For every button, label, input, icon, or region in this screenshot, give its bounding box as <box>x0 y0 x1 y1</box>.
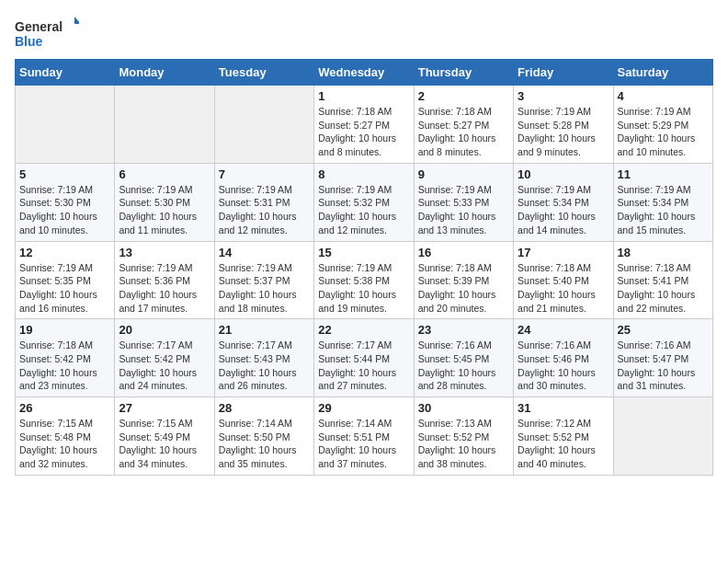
logo-svg: General Blue <box>15 15 79 52</box>
day-info: Sunrise: 7:15 AM Sunset: 5:49 PM Dayligh… <box>119 417 210 471</box>
calendar-week-4: 26Sunrise: 7:15 AM Sunset: 5:48 PM Dayli… <box>16 397 713 476</box>
day-number: 18 <box>618 246 709 259</box>
calendar-cell <box>115 86 214 164</box>
day-number: 22 <box>318 323 409 337</box>
calendar-cell: 4Sunrise: 7:19 AM Sunset: 5:29 PM Daylig… <box>613 86 712 164</box>
calendar-cell: 26Sunrise: 7:15 AM Sunset: 5:48 PM Dayli… <box>16 397 115 476</box>
weekday-header-thursday: Thursday <box>414 60 513 86</box>
calendar-cell <box>214 86 313 164</box>
day-info: Sunrise: 7:17 AM Sunset: 5:42 PM Dayligh… <box>119 339 210 393</box>
calendar-cell: 23Sunrise: 7:16 AM Sunset: 5:45 PM Dayli… <box>414 319 513 397</box>
calendar-cell: 2Sunrise: 7:18 AM Sunset: 5:27 PM Daylig… <box>414 86 513 164</box>
day-info: Sunrise: 7:18 AM Sunset: 5:41 PM Dayligh… <box>618 261 709 316</box>
day-number: 3 <box>518 89 609 103</box>
calendar-cell: 5Sunrise: 7:19 AM Sunset: 5:30 PM Daylig… <box>16 163 115 241</box>
day-number: 24 <box>518 323 609 337</box>
day-info: Sunrise: 7:18 AM Sunset: 5:27 PM Dayligh… <box>418 105 509 159</box>
calendar-cell: 14Sunrise: 7:19 AM Sunset: 5:37 PM Dayli… <box>214 241 313 319</box>
day-number: 25 <box>618 323 709 337</box>
weekday-row: SundayMondayTuesdayWednesdayThursdayFrid… <box>16 60 713 86</box>
weekday-header-wednesday: Wednesday <box>314 60 414 86</box>
calendar-cell: 13Sunrise: 7:19 AM Sunset: 5:36 PM Dayli… <box>115 241 214 319</box>
calendar-cell: 12Sunrise: 7:19 AM Sunset: 5:35 PM Dayli… <box>16 241 115 319</box>
calendar-cell: 28Sunrise: 7:14 AM Sunset: 5:50 PM Dayli… <box>214 397 313 476</box>
day-info: Sunrise: 7:19 AM Sunset: 5:28 PM Dayligh… <box>518 105 609 159</box>
day-number: 26 <box>19 401 110 415</box>
day-info: Sunrise: 7:19 AM Sunset: 5:38 PM Dayligh… <box>318 261 409 316</box>
day-info: Sunrise: 7:19 AM Sunset: 5:31 PM Dayligh… <box>219 183 310 237</box>
day-info: Sunrise: 7:19 AM Sunset: 5:35 PM Dayligh… <box>19 261 110 316</box>
day-number: 12 <box>19 246 110 259</box>
day-info: Sunrise: 7:16 AM Sunset: 5:47 PM Dayligh… <box>618 339 709 393</box>
day-number: 14 <box>219 246 310 259</box>
calendar-cell: 1Sunrise: 7:18 AM Sunset: 5:27 PM Daylig… <box>314 86 414 164</box>
calendar-week-0: 1Sunrise: 7:18 AM Sunset: 5:27 PM Daylig… <box>16 86 713 164</box>
day-number: 6 <box>119 167 210 181</box>
day-number: 4 <box>618 89 709 103</box>
weekday-header-saturday: Saturday <box>613 60 712 86</box>
day-number: 29 <box>318 401 409 415</box>
day-info: Sunrise: 7:19 AM Sunset: 5:33 PM Dayligh… <box>418 183 509 237</box>
day-info: Sunrise: 7:14 AM Sunset: 5:50 PM Dayligh… <box>219 417 310 471</box>
day-info: Sunrise: 7:19 AM Sunset: 5:30 PM Dayligh… <box>19 183 110 237</box>
page-header: General Blue <box>15 15 713 52</box>
calendar-cell: 22Sunrise: 7:17 AM Sunset: 5:44 PM Dayli… <box>314 319 414 397</box>
day-number: 1 <box>318 89 409 103</box>
calendar-cell <box>16 86 115 164</box>
calendar-table: SundayMondayTuesdayWednesdayThursdayFrid… <box>15 59 713 476</box>
calendar-cell: 17Sunrise: 7:18 AM Sunset: 5:40 PM Dayli… <box>514 241 613 319</box>
svg-text:General: General <box>15 19 63 34</box>
day-info: Sunrise: 7:19 AM Sunset: 5:29 PM Dayligh… <box>618 105 709 159</box>
calendar-cell: 21Sunrise: 7:17 AM Sunset: 5:43 PM Dayli… <box>214 319 313 397</box>
calendar-cell: 9Sunrise: 7:19 AM Sunset: 5:33 PM Daylig… <box>414 163 513 241</box>
weekday-header-tuesday: Tuesday <box>214 60 313 86</box>
day-info: Sunrise: 7:19 AM Sunset: 5:32 PM Dayligh… <box>318 183 409 237</box>
day-info: Sunrise: 7:18 AM Sunset: 5:40 PM Dayligh… <box>518 261 609 316</box>
calendar-cell: 11Sunrise: 7:19 AM Sunset: 5:34 PM Dayli… <box>613 163 712 241</box>
logo: General Blue <box>15 15 79 52</box>
svg-marker-2 <box>74 17 79 24</box>
calendar-cell: 30Sunrise: 7:13 AM Sunset: 5:52 PM Dayli… <box>414 397 513 476</box>
calendar-cell: 8Sunrise: 7:19 AM Sunset: 5:32 PM Daylig… <box>314 163 414 241</box>
calendar-cell: 24Sunrise: 7:16 AM Sunset: 5:46 PM Dayli… <box>514 319 613 397</box>
day-number: 19 <box>19 323 110 337</box>
day-info: Sunrise: 7:16 AM Sunset: 5:45 PM Dayligh… <box>418 339 509 393</box>
day-number: 5 <box>19 167 110 181</box>
day-number: 23 <box>418 323 509 337</box>
calendar-week-2: 12Sunrise: 7:19 AM Sunset: 5:35 PM Dayli… <box>16 241 713 319</box>
calendar-cell: 18Sunrise: 7:18 AM Sunset: 5:41 PM Dayli… <box>613 241 712 319</box>
day-number: 21 <box>219 323 310 337</box>
day-number: 15 <box>318 246 409 259</box>
day-info: Sunrise: 7:19 AM Sunset: 5:37 PM Dayligh… <box>219 261 310 316</box>
day-number: 2 <box>418 89 509 103</box>
day-number: 31 <box>518 401 609 415</box>
calendar-cell: 7Sunrise: 7:19 AM Sunset: 5:31 PM Daylig… <box>214 163 313 241</box>
day-number: 28 <box>219 401 310 415</box>
calendar-cell: 3Sunrise: 7:19 AM Sunset: 5:28 PM Daylig… <box>514 86 613 164</box>
day-info: Sunrise: 7:19 AM Sunset: 5:34 PM Dayligh… <box>518 183 609 237</box>
day-number: 16 <box>418 246 509 259</box>
day-info: Sunrise: 7:18 AM Sunset: 5:27 PM Dayligh… <box>318 105 409 159</box>
calendar-week-3: 19Sunrise: 7:18 AM Sunset: 5:42 PM Dayli… <box>16 319 713 397</box>
calendar-cell: 27Sunrise: 7:15 AM Sunset: 5:49 PM Dayli… <box>115 397 214 476</box>
day-number: 9 <box>418 167 509 181</box>
day-info: Sunrise: 7:19 AM Sunset: 5:36 PM Dayligh… <box>119 261 210 316</box>
calendar-cell: 20Sunrise: 7:17 AM Sunset: 5:42 PM Dayli… <box>115 319 214 397</box>
weekday-header-sunday: Sunday <box>16 60 115 86</box>
day-number: 7 <box>219 167 310 181</box>
day-info: Sunrise: 7:18 AM Sunset: 5:42 PM Dayligh… <box>19 339 110 393</box>
day-info: Sunrise: 7:17 AM Sunset: 5:43 PM Dayligh… <box>219 339 310 393</box>
day-number: 11 <box>618 167 709 181</box>
day-info: Sunrise: 7:17 AM Sunset: 5:44 PM Dayligh… <box>318 339 409 393</box>
day-number: 8 <box>318 167 409 181</box>
weekday-header-friday: Friday <box>514 60 613 86</box>
calendar-cell: 29Sunrise: 7:14 AM Sunset: 5:51 PM Dayli… <box>314 397 414 476</box>
day-info: Sunrise: 7:19 AM Sunset: 5:34 PM Dayligh… <box>618 183 709 237</box>
day-info: Sunrise: 7:15 AM Sunset: 5:48 PM Dayligh… <box>19 417 110 471</box>
day-number: 13 <box>119 246 210 259</box>
calendar-header: SundayMondayTuesdayWednesdayThursdayFrid… <box>16 60 713 86</box>
day-info: Sunrise: 7:14 AM Sunset: 5:51 PM Dayligh… <box>318 417 409 471</box>
calendar-cell: 16Sunrise: 7:18 AM Sunset: 5:39 PM Dayli… <box>414 241 513 319</box>
calendar-week-1: 5Sunrise: 7:19 AM Sunset: 5:30 PM Daylig… <box>16 163 713 241</box>
calendar-cell: 10Sunrise: 7:19 AM Sunset: 5:34 PM Dayli… <box>514 163 613 241</box>
